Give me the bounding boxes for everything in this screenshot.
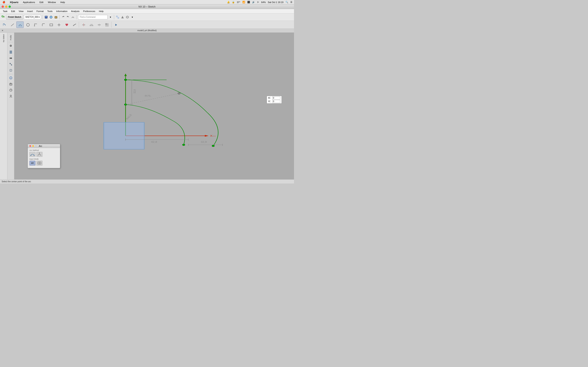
sketch-tool-rect[interactable] [47, 21, 55, 28]
menu-task[interactable]: Task [1, 9, 9, 13]
svg-rect-29 [107, 24, 108, 25]
undo-icon[interactable] [61, 15, 65, 19]
sketch-tool-line[interactable] [9, 21, 16, 28]
maximize-button[interactable] [9, 6, 11, 8]
xc-input[interactable] [272, 96, 280, 100]
arc-min[interactable] [32, 145, 34, 147]
finish-sketch-icon[interactable] [1, 15, 5, 19]
close-button[interactable] [2, 6, 4, 8]
render-icon[interactable] [49, 15, 53, 19]
svg-rect-28 [105, 24, 107, 25]
find-command-input[interactable] [78, 15, 108, 19]
sidebar-clock[interactable] [8, 87, 14, 93]
wifi-icon[interactable]: 📶 [242, 1, 245, 3]
spotlight-icon[interactable]: 🔍 [285, 1, 288, 3]
redo-icon[interactable] [66, 15, 70, 19]
menu-help[interactable]: Help [97, 9, 105, 13]
bluetooth-icon[interactable]: ⬛ [247, 1, 250, 3]
snap-icon[interactable] [116, 15, 120, 19]
shading-icon[interactable]: ▾ [54, 15, 58, 19]
section-icon[interactable]: ▾ [130, 15, 134, 19]
sidebar-settings[interactable]: ⚙ [8, 43, 14, 49]
sketch-tool-trim[interactable] [80, 21, 87, 28]
view-icon[interactable] [121, 15, 125, 19]
menu-icon[interactable]: ☰ [290, 1, 292, 3]
sidebar-layers[interactable] [8, 49, 14, 55]
xy-mode-button[interactable]: XY [29, 161, 35, 166]
sketch-tool-conic[interactable] [71, 21, 78, 28]
arc-method-1-button[interactable] [29, 152, 35, 157]
arc-method-2-button[interactable] [36, 152, 43, 157]
svg-point-61 [182, 144, 185, 146]
main-area: No Select Profile ⚙ ⏮ [0, 33, 294, 179]
yc-input[interactable] [272, 100, 280, 103]
sidebar-camera[interactable] [8, 81, 14, 87]
arc-max[interactable] [35, 145, 37, 147]
minimize-button[interactable] [5, 6, 7, 8]
menu-preferences[interactable]: Preferences [81, 9, 97, 13]
sketch-tool-spline[interactable] [63, 21, 70, 28]
sidebar-info[interactable]: i [8, 75, 14, 81]
sidebar-ops[interactable] [8, 67, 14, 73]
arc-close[interactable] [29, 145, 31, 147]
apple-menu[interactable]: 🍎 [2, 1, 6, 3]
svg-point-10 [126, 16, 129, 18]
sketch-tool-arc[interactable] [16, 21, 24, 28]
sketch-tool-fillet[interactable] [40, 21, 47, 28]
sketch-tool-circle[interactable] [24, 21, 31, 28]
menu-tools[interactable]: Tools [46, 9, 54, 13]
svg-point-14 [26, 24, 29, 26]
sketch-tool-more[interactable] [112, 21, 120, 28]
doc-close-icon[interactable]: ✕ [2, 29, 3, 32]
help-menu[interactable]: Help [60, 1, 66, 3]
sketch-tool-dimension[interactable]: 3,5 [87, 21, 95, 28]
sidebar-nav[interactable]: ⏮ [8, 55, 14, 61]
sketch-name-dropdown[interactable]: SKETCH_000 ▾ [24, 15, 41, 19]
menu-information[interactable]: Information [54, 9, 69, 13]
arc-tool-icon[interactable] [71, 15, 75, 19]
sketch-tool-point[interactable] [55, 21, 62, 28]
profile-label: Profile [9, 34, 12, 41]
find-dropdown[interactable]: ▾ [108, 15, 112, 19]
coord-box: XC YC [267, 96, 282, 104]
status-text: Select the center point of the arc [2, 180, 31, 183]
mac-menubar: 🍎 XQuartz Applications Edit Window Help … [0, 0, 294, 4]
applications-menu[interactable]: Applications [22, 1, 36, 3]
save-icon[interactable] [44, 15, 48, 19]
xquartz-menu[interactable]: XQuartz [9, 1, 19, 3]
edit-menu[interactable]: Edit [39, 1, 44, 3]
svg-line-19 [73, 24, 76, 26]
sketch-tool-constraint[interactable] [95, 21, 103, 28]
flag-icon[interactable]: 🏳 [257, 1, 259, 3]
notification-icon[interactable]: 🔔 [227, 1, 230, 3]
svg-point-58 [124, 79, 127, 81]
menu-view[interactable]: View [17, 9, 25, 13]
svg-text:32,8: 32,8 [133, 89, 136, 93]
finish-sketch-button[interactable]: Finish Sketch [6, 15, 23, 20]
menu-analysis[interactable]: Analysis [69, 9, 81, 13]
param-mode-button[interactable] [36, 161, 43, 166]
input-mode-label: Input Mode [29, 158, 58, 160]
lock-icon[interactable]: 🔒 [232, 1, 235, 3]
svg-rect-16 [50, 24, 53, 26]
sidebar-user[interactable] [8, 93, 14, 99]
sidebar-deps[interactable] [8, 61, 14, 67]
sketch-toolbar: 3,5 [0, 21, 294, 29]
orient-icon[interactable] [125, 15, 130, 19]
canvas-area[interactable]: X— 32 [14, 33, 294, 179]
sketch-tool-corner[interactable] [32, 21, 39, 28]
menu-format[interactable]: Format [35, 9, 45, 13]
mac-right-bar: 🔔 🔒 37° 📶 ⬛ 🔊 🏳 64% Sat Oct 1 19:19 🔍 ☰ [227, 1, 292, 3]
sketch-tool-pattern[interactable] [103, 21, 111, 28]
yc-label: YC [268, 100, 270, 103]
svg-line-38 [11, 63, 11, 65]
sketch-tool-profile[interactable] [1, 21, 8, 28]
menu-insert[interactable]: Insert [26, 9, 35, 13]
arc-title: Arc [39, 145, 42, 147]
svg-point-60 [212, 145, 214, 147]
svg-marker-32 [115, 24, 117, 26]
menu-edit[interactable]: Edit [9, 9, 17, 13]
svg-text:R75.: R75. [145, 95, 151, 97]
window-menu[interactable]: Window [47, 1, 57, 3]
sound-icon[interactable]: 🔊 [252, 1, 255, 3]
